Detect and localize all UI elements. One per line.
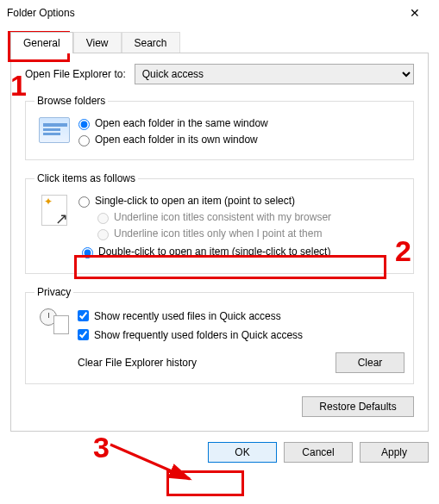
- privacy-group: Privacy Show recently used files in Quic…: [25, 286, 414, 384]
- radio-underline-browser: Underline icon titles consistent with my…: [93, 210, 405, 224]
- radio-own-window[interactable]: Open each folder in its own window: [74, 133, 405, 146]
- browse-folders-group: Browse folders Open each folder in the s…: [25, 95, 414, 160]
- cancel-button[interactable]: Cancel: [284, 442, 353, 463]
- radio-same-window[interactable]: Open each folder in the same window: [74, 116, 405, 130]
- radio-double-click[interactable]: Double-click to open an item (single-cli…: [74, 243, 405, 260]
- check-recent-files[interactable]: Show recently used files in Quick access: [74, 308, 405, 324]
- close-icon[interactable]: ✕: [398, 6, 432, 20]
- ok-button[interactable]: OK: [208, 442, 277, 463]
- click-items-group: Click items as follows Single-click to o…: [25, 172, 414, 274]
- clear-button[interactable]: Clear: [336, 352, 405, 373]
- tab-view[interactable]: View: [73, 32, 122, 53]
- open-explorer-select[interactable]: Quick access: [135, 64, 414, 84]
- radio-underline-point: Underline icon titles only when I point …: [93, 227, 405, 240]
- click-icon: [34, 191, 74, 226]
- folder-icon: [34, 114, 74, 143]
- dialog-footer: OK Cancel Apply: [0, 442, 439, 473]
- apply-button[interactable]: Apply: [360, 442, 429, 463]
- window-title: Folder Options: [7, 7, 398, 19]
- tab-content: Open File Explorer to: Quick access Brow…: [10, 53, 429, 432]
- radio-single-click[interactable]: Single-click to open an item (point to s…: [74, 194, 405, 208]
- history-icon: [34, 305, 74, 334]
- tab-strip: General View Search: [0, 31, 439, 53]
- open-explorer-label: Open File Explorer to:: [25, 68, 126, 80]
- browse-folders-legend: Browse folders: [34, 95, 108, 107]
- tab-search[interactable]: Search: [122, 32, 180, 53]
- open-explorer-row: Open File Explorer to: Quick access: [25, 64, 414, 84]
- annotation-box-ok: [166, 470, 244, 496]
- tab-general[interactable]: General: [10, 32, 73, 53]
- clear-history-label: Clear File Explorer history: [78, 357, 197, 369]
- click-items-legend: Click items as follows: [34, 172, 138, 184]
- titlebar: Folder Options ✕: [0, 0, 439, 26]
- check-frequent-folders[interactable]: Show frequently used folders in Quick ac…: [74, 327, 405, 343]
- privacy-legend: Privacy: [34, 286, 73, 298]
- restore-defaults-button[interactable]: Restore Defaults: [302, 396, 414, 417]
